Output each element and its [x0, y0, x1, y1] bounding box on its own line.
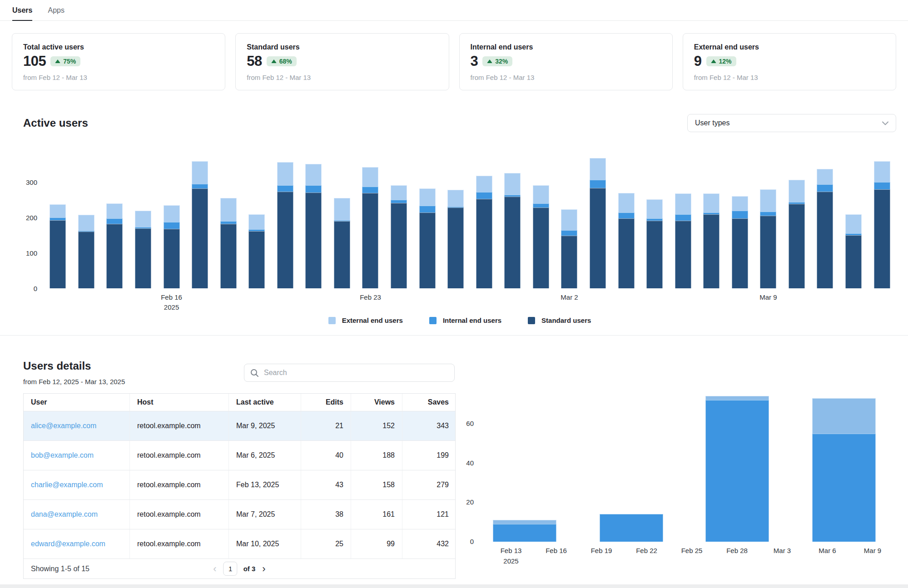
user-email-link[interactable]: alice@example.com	[31, 422, 96, 430]
bar-segment	[618, 193, 635, 212]
bar-segment	[248, 231, 265, 288]
stacked-bar	[50, 204, 66, 288]
tab-users[interactable]: Users	[12, 6, 32, 21]
stacked-bar	[106, 203, 123, 288]
bar-slot	[44, 156, 72, 288]
stacked-bar	[135, 211, 151, 288]
y-axis-tick-label: 40	[456, 459, 474, 467]
y-axis-tick-label: 200	[26, 214, 37, 222]
edits-cell: 43	[301, 470, 351, 499]
bar-segment	[50, 204, 66, 217]
column-header-user[interactable]: User	[24, 394, 129, 411]
x-axis: Feb 16 2025Feb 23Mar 2Mar 9	[44, 288, 896, 316]
bar-segment	[618, 218, 635, 288]
stacked-bar	[476, 176, 492, 288]
x-axis-tick-label: Mar 9	[759, 292, 777, 302]
bar-segment	[561, 230, 577, 236]
saves-cell: 199	[402, 441, 456, 470]
legend-item[interactable]: Standard users	[528, 316, 591, 324]
stat-card-period: from Feb 12 - Mar 13	[247, 74, 437, 81]
last-active-cell: Mar 9, 2025	[228, 411, 301, 440]
bar-segment	[391, 185, 407, 200]
stat-cards-row: Total active users 105 75% from Feb 12 -…	[12, 33, 896, 90]
user-email-link[interactable]: bob@example.com	[31, 451, 94, 460]
table-row[interactable]: charlie@example.com retool.example.com F…	[24, 470, 455, 499]
bar-slot	[328, 156, 357, 288]
stat-card-title: Standard users	[247, 43, 437, 51]
table-footer: Showing 1-5 of 15 ‹ 1 of 3 ›	[24, 558, 455, 578]
bar-slot	[442, 156, 470, 288]
next-page-button[interactable]: ›	[261, 564, 266, 574]
bar-segment	[703, 193, 719, 212]
bar-segment	[164, 205, 180, 222]
bar-segment	[789, 204, 805, 288]
stat-card-value: 9	[694, 53, 702, 69]
column-header-saves[interactable]: Saves	[402, 394, 456, 411]
column-header-edits[interactable]: Edits	[301, 394, 351, 411]
legend-item[interactable]: Internal end users	[429, 316, 501, 324]
x-axis-tick-label: Mar 2	[561, 292, 578, 302]
user-email-link[interactable]: charlie@example.com	[31, 481, 103, 489]
legend-swatch	[328, 317, 336, 324]
user-types-select-value: User types	[695, 119, 729, 127]
column-header-last-active[interactable]: Last active	[228, 394, 301, 411]
users-table: User Host Last active Edits Views Saves …	[23, 393, 456, 579]
stat-card-standard-users: Standard users 58 68% from Feb 12 - Mar …	[235, 33, 449, 90]
bar-slot	[584, 156, 612, 288]
stacked-bar	[533, 185, 549, 288]
bar-segment	[590, 158, 606, 180]
legend-swatch	[429, 317, 437, 324]
trend-up-icon	[487, 59, 492, 63]
page-count-label: of 3	[243, 565, 256, 573]
previous-page-button[interactable]: ‹	[212, 564, 217, 574]
tab-apps[interactable]: Apps	[48, 6, 64, 21]
column-header-views[interactable]: Views	[351, 394, 402, 411]
x-axis-tick-label: Mar 6	[819, 546, 836, 556]
user-email-link[interactable]: dana@example.com	[31, 510, 98, 519]
bar-segment	[812, 398, 876, 434]
stacked-bar	[817, 169, 833, 288]
column-header-host[interactable]: Host	[129, 394, 228, 411]
table-row[interactable]: edward@example.com retool.example.com Ma…	[24, 529, 455, 558]
trend-badge: 12%	[706, 56, 736, 66]
bar-segment	[732, 196, 748, 211]
bar-segment	[419, 212, 436, 288]
bar-segment	[391, 203, 407, 288]
table-row[interactable]: dana@example.com retool.example.com Mar …	[24, 499, 455, 529]
views-cell: 158	[351, 470, 402, 499]
bar-slot	[243, 156, 271, 288]
current-page-input[interactable]: 1	[223, 562, 238, 576]
bar-segment	[504, 173, 521, 195]
search-box[interactable]	[244, 364, 455, 382]
bar-segment	[874, 161, 890, 183]
bar-segment	[220, 224, 237, 288]
bar-slot	[754, 156, 783, 288]
bar-slot	[470, 156, 498, 288]
y-axis-tick-label: 20	[456, 498, 474, 506]
bar-slot	[157, 156, 186, 288]
bar-segment	[493, 524, 556, 542]
stat-card-value: 105	[23, 53, 46, 69]
x-axis-tick-label: Feb 16	[546, 546, 567, 556]
user-email-link[interactable]: edward@example.com	[31, 540, 105, 548]
stacked-bar	[675, 193, 691, 288]
bar-segment	[476, 199, 492, 288]
bar-segment	[419, 188, 436, 205]
user-types-select[interactable]: User types	[687, 114, 896, 132]
page-bottom-edge	[0, 584, 908, 588]
table-row[interactable]: alice@example.com retool.example.com Mar…	[24, 411, 455, 440]
search-input[interactable]	[263, 368, 448, 377]
bar-segment	[305, 185, 322, 193]
edits-cell: 21	[301, 411, 351, 440]
stacked-bar	[646, 199, 663, 288]
table-row[interactable]: bob@example.com retool.example.com Mar 6…	[24, 440, 455, 470]
y-axis-tick-label: 0	[34, 285, 37, 292]
bar-segment	[447, 190, 464, 207]
bar-slot	[214, 156, 243, 288]
legend-item[interactable]: External end users	[328, 316, 403, 324]
last-active-cell: Feb 13, 2025	[228, 470, 301, 499]
stacked-bar	[334, 198, 350, 288]
stacked-bar	[705, 396, 769, 542]
stacked-bar	[220, 198, 237, 288]
x-axis-tick-label: Feb 16 2025	[161, 292, 182, 312]
